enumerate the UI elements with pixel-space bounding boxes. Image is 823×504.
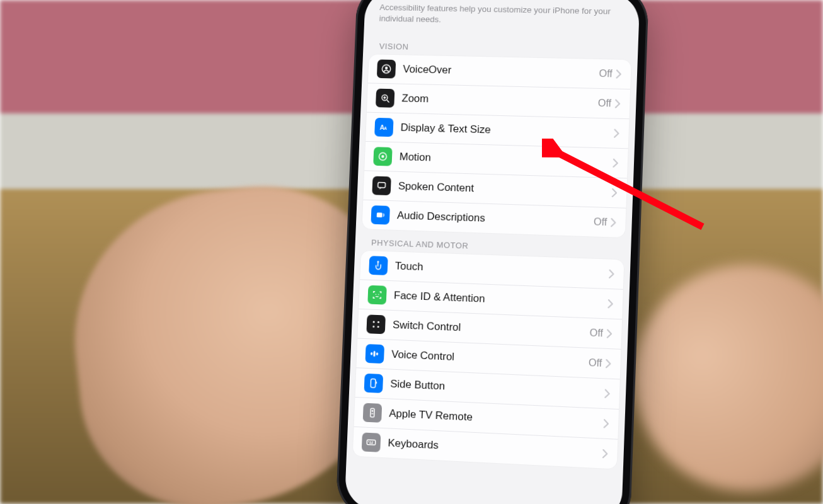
row-label: Motion xyxy=(399,151,609,169)
motion-icon xyxy=(373,147,392,166)
zoom-icon xyxy=(376,89,394,108)
iphone-frame: Accessibility features help you customiz… xyxy=(335,0,649,504)
chevron-right-icon xyxy=(602,449,609,459)
spoken-icon xyxy=(372,176,391,196)
row-label: Keyboards xyxy=(388,437,599,460)
svg-rect-10 xyxy=(378,183,386,188)
svg-rect-21 xyxy=(376,353,378,356)
audiodesc-icon xyxy=(371,205,390,225)
voiceover-icon xyxy=(377,60,396,79)
faceid-icon xyxy=(367,285,387,305)
touch-icon xyxy=(369,256,388,276)
svg-point-25 xyxy=(372,410,374,412)
row-label: VoiceOver xyxy=(403,64,599,81)
row-label: Spoken Content xyxy=(398,180,609,199)
svg-point-15 xyxy=(373,321,375,323)
svg-point-9 xyxy=(381,156,384,159)
row-label: Face ID & Attention xyxy=(394,290,604,311)
svg-point-1 xyxy=(385,67,388,70)
row-label: Apple TV Remote xyxy=(389,408,600,430)
svg-rect-11 xyxy=(377,213,383,218)
svg-rect-20 xyxy=(373,351,375,357)
row-label: Voice Control xyxy=(391,348,589,369)
row-status: Off xyxy=(594,217,607,229)
chevron-right-icon xyxy=(604,420,610,429)
chevron-right-icon xyxy=(613,159,619,168)
settings-accessibility[interactable]: Accessibility features help you customiz… xyxy=(344,0,640,504)
chevron-right-icon xyxy=(614,129,620,138)
group-physical: TouchFace ID & AttentionSwitch ControlOf… xyxy=(353,251,624,469)
svg-point-13 xyxy=(376,294,377,295)
row-status: Off xyxy=(599,68,613,79)
chevron-right-icon xyxy=(615,100,621,108)
svg-rect-22 xyxy=(371,379,376,388)
chevron-right-icon xyxy=(607,329,613,339)
svg-rect-29 xyxy=(371,442,372,443)
svg-rect-31 xyxy=(369,443,373,444)
row-label: Display & Text Size xyxy=(400,122,610,140)
svg-point-14 xyxy=(378,294,379,295)
row-status: Off xyxy=(597,98,611,110)
svg-rect-23 xyxy=(376,382,377,384)
svg-rect-28 xyxy=(369,442,370,443)
chevron-right-icon xyxy=(611,219,617,227)
chevron-right-icon xyxy=(609,270,615,278)
switch-icon xyxy=(366,315,386,335)
chevron-right-icon xyxy=(612,188,618,197)
svg-rect-30 xyxy=(372,442,374,443)
row-label: Zoom xyxy=(401,93,598,110)
chevron-right-icon xyxy=(607,300,614,309)
row-status: Off xyxy=(589,328,603,340)
voicectrl-icon xyxy=(365,344,384,364)
svg-point-17 xyxy=(372,326,374,328)
row-status: Off xyxy=(589,357,602,369)
svg-point-16 xyxy=(377,321,379,323)
row-label: Audio Descriptions xyxy=(397,210,594,229)
chevron-right-icon xyxy=(604,389,611,399)
svg-text:A: A xyxy=(384,127,387,131)
section-intro: Accessibility features help you customiz… xyxy=(364,0,640,38)
chevron-right-icon xyxy=(606,359,612,369)
group-vision: VoiceOverOffZoomOffAADisplay & Text Size… xyxy=(362,55,631,238)
iphone-screen: Accessibility features help you customiz… xyxy=(344,0,640,504)
svg-rect-19 xyxy=(371,352,372,355)
svg-point-18 xyxy=(377,326,379,328)
svg-line-3 xyxy=(387,100,389,103)
chevron-right-icon xyxy=(616,70,622,79)
svg-rect-24 xyxy=(371,409,374,418)
row-label: Touch xyxy=(394,260,605,280)
keyboard-icon xyxy=(362,433,381,452)
svg-rect-27 xyxy=(367,440,376,445)
svg-point-12 xyxy=(377,261,379,263)
textsize-icon: AA xyxy=(374,118,393,137)
row-label: Side Button xyxy=(390,378,601,400)
row-label: Switch Control xyxy=(393,319,590,340)
sidebutton-icon xyxy=(364,374,384,393)
svg-rect-26 xyxy=(371,413,373,415)
tvremote-icon xyxy=(363,403,383,423)
